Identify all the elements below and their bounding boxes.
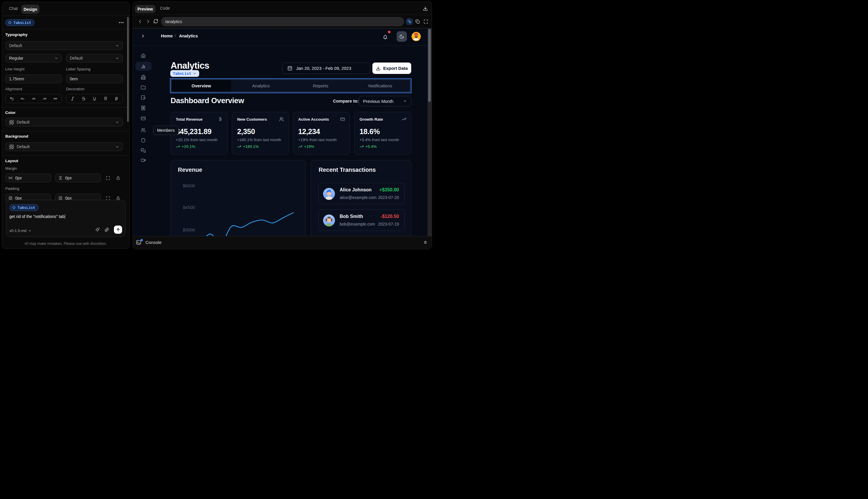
theme-toggle-button[interactable] (397, 31, 407, 42)
undo-icon[interactable] (10, 96, 14, 101)
underline-icon[interactable] (92, 96, 97, 101)
transaction-row[interactable]: Bob Smith bob@example.com -$120.50 2023-… (318, 209, 405, 231)
strikethrough-icon[interactable] (82, 96, 86, 101)
background-select[interactable]: Default (5, 142, 123, 151)
breadcrumb-separator: / (175, 34, 176, 38)
selected-component-badge[interactable]: TabsList (170, 70, 199, 77)
inspect-cursor-button[interactable] (406, 18, 413, 25)
paperclip-icon[interactable] (104, 227, 109, 232)
tab-notifications[interactable]: Notifications (350, 80, 410, 92)
tab-preview[interactable]: Preview (135, 5, 156, 13)
sidebar-item-messages[interactable] (133, 148, 153, 153)
bell-icon[interactable] (383, 35, 388, 40)
trend-badge: +19% (298, 144, 314, 149)
tabs-list-selected: Overview Analytics Reports Notifications (170, 78, 411, 93)
sidebar-item-organization[interactable] (133, 75, 153, 80)
tab-code[interactable]: Code (160, 6, 170, 11)
padding-vertical-icon (59, 196, 62, 200)
chevron-down-icon (193, 72, 197, 75)
forward-icon[interactable] (146, 19, 151, 24)
tab-reports[interactable]: Reports (291, 80, 350, 92)
copy-icon[interactable] (414, 18, 421, 25)
model-select[interactable]: v0-1.5-md (9, 229, 32, 233)
sidebar-item-files[interactable] (133, 85, 153, 90)
revenue-line-chart (171, 160, 306, 236)
refresh-icon[interactable] (153, 19, 158, 24)
sidebar-item-video[interactable] (133, 158, 153, 163)
sidebar-item-analytics[interactable] (133, 64, 153, 69)
font-style-select[interactable]: Default (66, 54, 123, 62)
preview-mode-row: Preview Code (133, 2, 432, 15)
line-height-input[interactable]: 1.75rem (5, 74, 62, 83)
chevrons-up-icon[interactable] (423, 240, 428, 245)
url-bar[interactable]: /analytics (161, 17, 404, 26)
export-data-button[interactable]: Export Data (372, 62, 411, 74)
fullscreen-icon[interactable] (422, 18, 429, 25)
chevron-down-icon (403, 99, 407, 103)
preview-scrollbar-track[interactable] (427, 28, 432, 236)
user-avatar[interactable] (411, 32, 421, 41)
date-range-picker[interactable]: Jan 20, 2023 - Feb 09, 2023 (282, 62, 370, 74)
console-bar[interactable]: Console (133, 236, 432, 249)
prompt-component-chip[interactable]: TabsList (9, 204, 39, 211)
sparkles-icon[interactable] (95, 227, 100, 232)
sidebar-item-cards[interactable] (133, 116, 153, 121)
selected-component-row: TabsList ••• (2, 16, 129, 29)
chevron-down-icon (115, 120, 119, 124)
decoration-group (66, 94, 123, 103)
breadcrumb-home[interactable]: Home (161, 34, 173, 38)
overline-icon[interactable] (103, 96, 108, 101)
prompt-box[interactable]: TabsList get rid of the "notifications" … (6, 200, 126, 237)
transaction-row[interactable]: Alice Johnson alice@example.com +$350.00… (318, 183, 405, 204)
tab-analytics[interactable]: Analytics (231, 80, 290, 92)
trend-badge: +180.1% (237, 144, 259, 149)
align-right-icon[interactable] (42, 96, 47, 101)
margin-y-input[interactable]: 0px (55, 173, 101, 182)
align-justify-icon[interactable] (53, 96, 58, 101)
v0-workspace: Chat Design TabsList ••• Typography Defa… (0, 0, 434, 250)
dollar-sign-icon (218, 117, 223, 121)
no-decoration-icon[interactable] (114, 96, 119, 101)
compare-select[interactable]: Previous Month (359, 96, 411, 106)
margin-label: Margin (5, 166, 17, 171)
users-icon (141, 128, 146, 133)
font-family-select[interactable]: Default (5, 41, 123, 50)
align-center-icon[interactable] (32, 96, 36, 101)
color-select[interactable]: Default (5, 118, 123, 126)
tab-overview[interactable]: Overview (171, 80, 231, 92)
sidebar-item-security[interactable] (133, 138, 153, 143)
dashboard-header: Home / Analytics (133, 29, 428, 46)
preview-scrollbar-thumb[interactable] (428, 29, 431, 102)
stat-card-new-customers: New Customers 2,350 +180.1% from last mo… (232, 112, 289, 155)
breadcrumb-current[interactable]: Analytics (179, 34, 198, 38)
notification-dot (388, 31, 390, 33)
submit-prompt-button[interactable] (114, 226, 122, 234)
prompt-input[interactable]: get rid of the "notifications" tab (9, 214, 65, 219)
sidebar-item-wallet[interactable] (133, 95, 153, 100)
sidebar-item-home[interactable] (133, 53, 153, 58)
sidebar-toggle-icon[interactable] (140, 34, 146, 39)
transparent-swatch (9, 120, 14, 125)
lock-margin-icon[interactable] (116, 176, 120, 180)
font-weight-select[interactable]: Regular (5, 54, 62, 62)
panel-scrollbar[interactable] (127, 17, 129, 122)
italic-icon[interactable] (70, 96, 75, 101)
align-left-icon[interactable] (21, 96, 25, 101)
expand-margin-icon[interactable] (106, 176, 110, 180)
avatar (323, 188, 335, 200)
more-options-icon[interactable]: ••• (119, 21, 124, 25)
line-height-label: Line Height (5, 67, 25, 71)
chevron-down-icon (115, 57, 119, 60)
typography-section-label: Typography (5, 33, 27, 37)
download-icon[interactable] (423, 6, 428, 11)
sidebar-item-invoices[interactable] (133, 106, 153, 110)
tab-design[interactable]: Design (21, 5, 39, 14)
letter-spacing-input[interactable]: 0em (66, 74, 123, 83)
tab-chat[interactable]: Chat (9, 6, 18, 11)
back-icon[interactable] (137, 19, 143, 24)
margin-x-input[interactable]: 0px (5, 173, 51, 182)
padding-label: Padding (5, 186, 19, 191)
selected-component-chip[interactable]: TabsList (5, 19, 35, 26)
sidebar-item-members[interactable] (133, 128, 153, 133)
letter-spacing-label: Letter Spacing (66, 67, 90, 71)
